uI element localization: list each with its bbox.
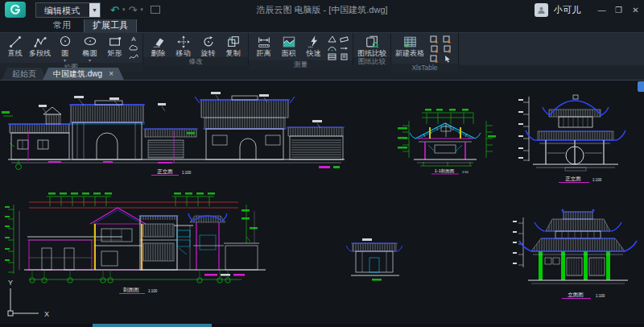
quick-measure-button[interactable]: 快速 <box>301 34 326 60</box>
ruler-icon[interactable] <box>340 35 349 43</box>
ucs-icon: Y X <box>8 279 49 318</box>
app-logo-icon[interactable] <box>5 2 26 18</box>
ellipse-button[interactable]: 椭圆 ▾ <box>77 34 102 63</box>
pavilion-side-scale: 1:100 <box>596 294 605 298</box>
rotate-label: 旋转 <box>201 50 216 57</box>
line-icon <box>8 35 23 49</box>
ribbon-group-compare: 图纸比较 图纸比较 <box>353 33 391 65</box>
erase-label: 删除 <box>151 50 166 57</box>
close-button[interactable]: ✕ <box>627 0 644 19</box>
line-button[interactable]: 直线 <box>2 34 27 63</box>
distance-button[interactable]: 距离 <box>251 34 276 60</box>
xlstable-group-label: XlsTable <box>391 64 458 72</box>
distance-label: 距离 <box>257 50 271 57</box>
drawing-pavilion-front-elevation: 正立面 1:100 <box>518 95 625 183</box>
sheet-arrow-icon[interactable] <box>428 35 440 43</box>
measure-group-label: 测量 <box>249 60 353 69</box>
drawing-long-section: 剖面图 1:100 <box>5 192 266 294</box>
polyline-button[interactable]: 多段线 <box>27 34 52 63</box>
compare-group-label: 图纸比较 <box>353 57 390 66</box>
revision-cloud-icon[interactable] <box>129 44 138 52</box>
ribbon-group-measure: 距离 面积 快速 <box>249 33 353 65</box>
distance-icon <box>257 35 271 49</box>
front-elevation-scale: 1:100 <box>182 171 192 175</box>
spline-icon[interactable] <box>129 53 138 60</box>
move-button[interactable]: 移动 <box>171 34 196 57</box>
cursor-arrow-icon[interactable] <box>441 55 453 63</box>
draw-small-tools: A <box>127 34 140 63</box>
status-bar <box>0 324 644 327</box>
redo-icon[interactable]: ↷ <box>128 5 137 15</box>
rotate-button[interactable]: 旋转 <box>196 34 221 57</box>
username-label[interactable]: 小可儿 <box>554 4 580 16</box>
polyline-label: 多段线 <box>29 50 51 57</box>
sheet-arrow-icon[interactable] <box>441 45 453 53</box>
quickbar-extra-icon[interactable] <box>151 6 160 14</box>
move-label: 移动 <box>176 50 191 57</box>
sheet-icon[interactable] <box>340 53 349 60</box>
ribbon-tab-extended-tools[interactable]: 扩展工具 <box>84 19 137 32</box>
edit-mode-label: 编辑模式 <box>36 3 89 17</box>
ribbon: 直线 多段线 圆 ▾ 椭圆 ▾ 矩形 <box>0 32 644 65</box>
list-icon[interactable] <box>328 53 336 60</box>
sheet-arrow-icon[interactable] <box>428 45 440 53</box>
area-button[interactable]: 面积 <box>276 34 301 60</box>
cad-viewport[interactable]: 正立面 1:100 <box>0 81 644 324</box>
front-elevation-title: 正立面 <box>157 168 173 174</box>
modify-group-label: 修改 <box>143 57 248 66</box>
minimize-button[interactable]: — <box>593 0 610 19</box>
circle-button[interactable]: 圆 ▾ <box>52 34 77 63</box>
xlstable-small-tools <box>426 34 456 64</box>
ellipse-label: 椭圆 <box>83 50 97 57</box>
titlebar-right: 小可儿 — ❐ ✕ <box>535 0 644 19</box>
drawing-pavilion-section: 1-1剖面图 1:50 <box>398 109 496 174</box>
rotate-icon <box>201 35 216 49</box>
ellipse-icon <box>83 35 97 49</box>
drawing-compare-button[interactable]: 图纸比较 <box>356 34 388 57</box>
panel-toggle-button[interactable] <box>638 81 644 92</box>
arc-icon[interactable] <box>328 44 336 52</box>
cad-drawing-canvas[interactable]: 正立面 1:100 <box>0 81 644 324</box>
pavilion-front-title: 正立面 <box>565 176 581 181</box>
quick-access-toolbar: ↶ ▾ ↷ ▾ <box>110 5 160 15</box>
measure-small-tools-2 <box>338 34 350 60</box>
ribbon-spacer <box>459 33 644 65</box>
restore-button[interactable]: ❐ <box>610 0 627 19</box>
sheet-arrow-icon[interactable] <box>428 55 440 63</box>
new-table-button[interactable]: 新建表格 <box>394 34 426 64</box>
copy-button[interactable]: 复制 <box>221 34 246 57</box>
edit-mode-button[interactable]: 编辑模式 ▼ <box>35 2 101 18</box>
polyline-icon <box>33 35 47 49</box>
user-avatar[interactable] <box>535 3 548 17</box>
angle-icon[interactable] <box>328 35 336 43</box>
sheet-arrow-icon[interactable] <box>441 35 453 43</box>
edit-mode-dropdown-caret-icon[interactable]: ▼ <box>89 3 100 17</box>
tab-start-page[interactable]: 起始页 <box>2 68 47 80</box>
text-tool-icon[interactable]: A <box>129 35 138 43</box>
erase-button[interactable]: 删除 <box>146 34 171 57</box>
titlebar: 编辑模式 ▼ ↶ ▾ ↷ ▾ 浩辰云图 电脑版 - [中国建筑.dwg] 小可儿… <box>0 0 644 19</box>
ribbon-tab-home[interactable]: 常用 <box>45 19 79 32</box>
circle-label: 圆 <box>61 50 68 57</box>
undo-caret-icon[interactable]: ▾ <box>122 6 126 13</box>
tab-close-icon[interactable]: × <box>109 69 114 78</box>
drawing-compare-label: 图纸比较 <box>357 50 386 57</box>
measure-small-tools-1 <box>326 34 338 60</box>
ucs-y-label: Y <box>8 279 13 287</box>
ribbon-tab-bar: 常用 扩展工具 <box>0 19 644 32</box>
tab-drawing-file[interactable]: 中国建筑.dwg × <box>43 68 124 80</box>
new-table-label: 新建表格 <box>395 50 424 57</box>
ucs-x-label: X <box>44 310 49 318</box>
rectangle-icon <box>108 35 122 49</box>
pavilion-side-title: 立面图 <box>568 292 584 297</box>
copy-label: 复制 <box>226 50 241 57</box>
area-label: 面积 <box>282 50 296 57</box>
line-label: 直线 <box>8 50 23 57</box>
drawing-pavilion-side-elevation: 立面图 1:100 <box>513 209 637 299</box>
redo-caret-icon[interactable]: ▾ <box>140 6 143 13</box>
rectangle-button[interactable]: 矩形 <box>102 34 127 63</box>
drawing-front-elevation: 正立面 1:100 <box>2 92 345 176</box>
undo-icon[interactable]: ↶ <box>110 5 119 15</box>
arrow-ruler-icon[interactable] <box>340 44 349 52</box>
pavilion-section-title: 1-1剖面图 <box>435 168 454 174</box>
